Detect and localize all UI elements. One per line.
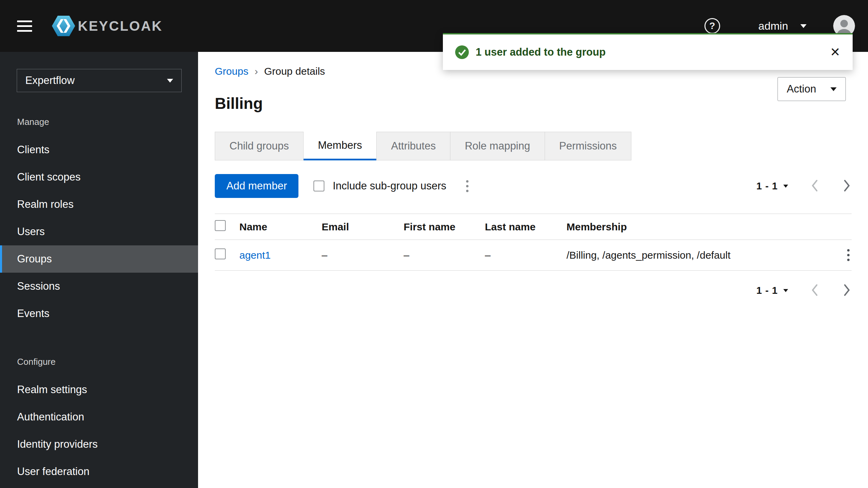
members-table: Name Email First name Last name Membersh… xyxy=(215,214,852,271)
sidebar-item-realm-roles[interactable]: Realm roles xyxy=(0,191,198,218)
brand-text: KEYCLOAK xyxy=(78,18,163,34)
member-email: – xyxy=(322,249,404,261)
chevron-down-icon xyxy=(783,289,788,292)
column-header-name: Name xyxy=(239,221,322,233)
tab-role-mapping[interactable]: Role mapping xyxy=(450,132,545,160)
column-header-first-name: First name xyxy=(404,221,485,233)
toast-close-button[interactable]: ✕ xyxy=(830,46,840,58)
row-checkbox[interactable] xyxy=(215,248,226,259)
sidebar-item-users[interactable]: Users xyxy=(0,218,198,245)
pagination-menu-toggle[interactable]: 1 - 1 xyxy=(756,285,788,296)
table-footer: 1 - 1 xyxy=(215,283,852,298)
nav-section-label-manage: Manage xyxy=(0,117,198,127)
sidebar-item-realm-settings[interactable]: Realm settings xyxy=(0,376,198,403)
chevron-right-icon xyxy=(843,178,852,193)
sidebar-item-authentication[interactable]: Authentication xyxy=(0,403,198,431)
breadcrumb-separator-icon: › xyxy=(254,66,258,77)
tab-permissions[interactable]: Permissions xyxy=(545,132,632,160)
help-icon[interactable]: ? xyxy=(704,18,720,34)
sidebar-item-label: User federation xyxy=(17,465,89,478)
sidebar-item-client-scopes[interactable]: Client scopes xyxy=(0,163,198,191)
hamburger-menu-icon[interactable] xyxy=(17,20,32,32)
sidebar-item-label: Users xyxy=(17,226,45,238)
realm-selector[interactable]: Expertflow xyxy=(17,69,182,92)
success-check-icon xyxy=(455,45,469,59)
next-page-button[interactable] xyxy=(843,178,852,194)
pagination-menu-toggle[interactable]: 1 - 1 xyxy=(756,181,788,192)
member-first-name: – xyxy=(404,249,485,261)
row-kebab-icon[interactable] xyxy=(845,247,852,263)
column-header-email: Email xyxy=(322,221,404,233)
nav-section-label-configure: Configure xyxy=(0,357,198,367)
table-header-row: Name Email First name Last name Membersh… xyxy=(215,214,852,240)
pagination-bottom: 1 - 1 xyxy=(756,283,852,298)
sidebar-item-groups[interactable]: Groups xyxy=(0,245,198,273)
sidebar-item-user-federation[interactable]: User federation xyxy=(0,458,198,485)
previous-page-button[interactable] xyxy=(810,283,819,298)
sidebar-item-label: Realm roles xyxy=(17,198,73,211)
member-name-link[interactable]: agent1 xyxy=(239,249,322,261)
sidebar-item-label: Groups xyxy=(17,253,52,265)
include-subgroups-checkbox[interactable] xyxy=(313,181,324,191)
main-content: Action Groups › Group details Billing Ch… xyxy=(198,52,868,488)
column-header-membership: Membership xyxy=(566,221,834,233)
sidebar-item-label: Client scopes xyxy=(17,171,81,183)
include-subgroups-label[interactable]: Include sub-group users xyxy=(333,180,446,192)
next-page-button[interactable] xyxy=(843,283,852,298)
sidebar-item-label: Authentication xyxy=(17,411,84,423)
sidebar-item-label: Realm settings xyxy=(17,384,87,396)
breadcrumb-link-groups[interactable]: Groups xyxy=(215,66,248,77)
pagination-range: 1 - 1 xyxy=(756,285,778,296)
chevron-right-icon xyxy=(843,283,852,297)
tab-members[interactable]: Members xyxy=(304,132,376,160)
table-row: agent1 – – – /Billing, /agents_permissio… xyxy=(215,240,852,271)
add-member-button[interactable]: Add member xyxy=(215,174,298,198)
chevron-left-icon xyxy=(810,178,819,193)
breadcrumb-current: Group details xyxy=(264,66,325,77)
sidebar-item-identity-providers[interactable]: Identity providers xyxy=(0,431,198,458)
chevron-down-icon xyxy=(167,79,173,83)
chevron-left-icon xyxy=(810,283,819,297)
member-membership: /Billing, /agents_permission, /default xyxy=(566,249,834,261)
sidebar-item-label: Events xyxy=(17,307,50,320)
page-title: Billing xyxy=(215,94,852,113)
realm-name: Expertflow xyxy=(25,74,75,87)
keycloak-logo-icon xyxy=(52,16,75,36)
select-all-checkbox[interactable] xyxy=(215,220,226,231)
toast-message: 1 user added to the group xyxy=(476,46,606,58)
tab-attributes[interactable]: Attributes xyxy=(376,132,450,160)
sidebar-item-label: Sessions xyxy=(17,280,60,292)
sidebar-item-label: Clients xyxy=(17,144,50,156)
username: admin xyxy=(758,20,788,32)
sidebar-item-events[interactable]: Events xyxy=(0,300,198,327)
keycloak-logo: KEYCLOAK xyxy=(52,16,163,36)
pagination-range: 1 - 1 xyxy=(756,181,778,192)
toast-success: 1 user added to the group ✕ xyxy=(443,33,853,70)
sidebar-item-label: Identity providers xyxy=(17,438,98,450)
previous-page-button[interactable] xyxy=(810,178,819,194)
nav-section-manage: Manage Clients Client scopes Realm roles… xyxy=(0,117,198,327)
chevron-down-icon xyxy=(783,185,788,188)
sidebar-item-sessions[interactable]: Sessions xyxy=(0,273,198,300)
user-menu[interactable]: admin xyxy=(758,20,807,32)
column-header-last-name: Last name xyxy=(485,221,566,233)
sidebar-item-clients[interactable]: Clients xyxy=(0,136,198,163)
tab-child-groups[interactable]: Child groups xyxy=(215,132,304,160)
member-last-name: – xyxy=(485,249,566,261)
chevron-down-icon xyxy=(800,24,807,28)
pagination-top: 1 - 1 xyxy=(756,178,852,194)
nav-section-configure: Configure Realm settings Authentication … xyxy=(0,357,198,485)
sidebar: Expertflow Manage Clients Client scopes … xyxy=(0,52,198,488)
members-toolbar: Add member Include sub-group users 1 - 1 xyxy=(215,174,852,198)
toolbar-kebab-icon[interactable] xyxy=(464,178,471,194)
tabs-bar: Child groups Members Attributes Role map… xyxy=(215,132,852,160)
